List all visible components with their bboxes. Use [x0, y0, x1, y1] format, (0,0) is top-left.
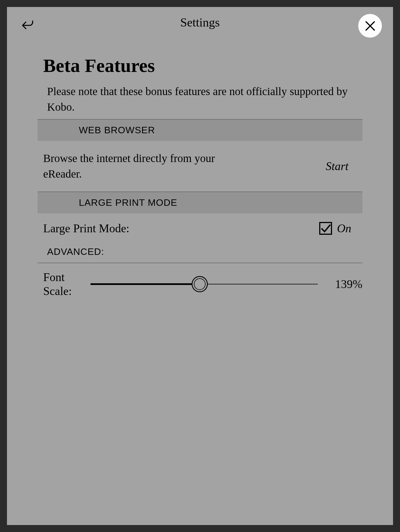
web-browser-row: Browse the internet directly from your e… — [7, 141, 393, 192]
slider-track-filled — [91, 283, 200, 285]
back-button[interactable] — [21, 18, 35, 32]
page-title: Beta Features — [7, 55, 393, 77]
close-icon — [365, 20, 376, 32]
content-area: Beta Features Please note that these bon… — [7, 38, 393, 298]
large-print-label: Large Print Mode: — [43, 222, 130, 235]
web-browser-start-button[interactable]: Start — [326, 159, 351, 173]
page-subtitle: Please note that these bonus features ar… — [7, 84, 393, 115]
large-print-checkbox[interactable] — [319, 222, 332, 235]
section-header-large-print: LARGE PRINT MODE — [38, 192, 362, 213]
large-print-state-label: On — [337, 222, 351, 235]
header-bar: Settings — [7, 7, 393, 38]
slider-thumb — [192, 276, 208, 292]
advanced-label: ADVANCED: — [7, 241, 393, 263]
checkmark-icon — [320, 223, 331, 234]
back-arrow-icon — [21, 18, 35, 32]
section-header-web-browser: WEB BROWSER — [38, 119, 362, 141]
font-scale-value: 139% — [326, 277, 362, 291]
settings-screen: Settings Beta Features Please note that … — [7, 7, 393, 525]
font-scale-slider[interactable] — [91, 276, 318, 292]
font-scale-label: Font Scale: — [43, 270, 82, 298]
header-title: Settings — [180, 15, 220, 30]
close-button[interactable] — [358, 14, 382, 38]
large-print-row: Large Print Mode: On — [7, 213, 393, 241]
font-scale-row: Font Scale: 139% — [7, 263, 393, 298]
web-browser-description: Browse the internet directly from your e… — [43, 151, 255, 182]
large-print-toggle-group: On — [319, 222, 351, 235]
